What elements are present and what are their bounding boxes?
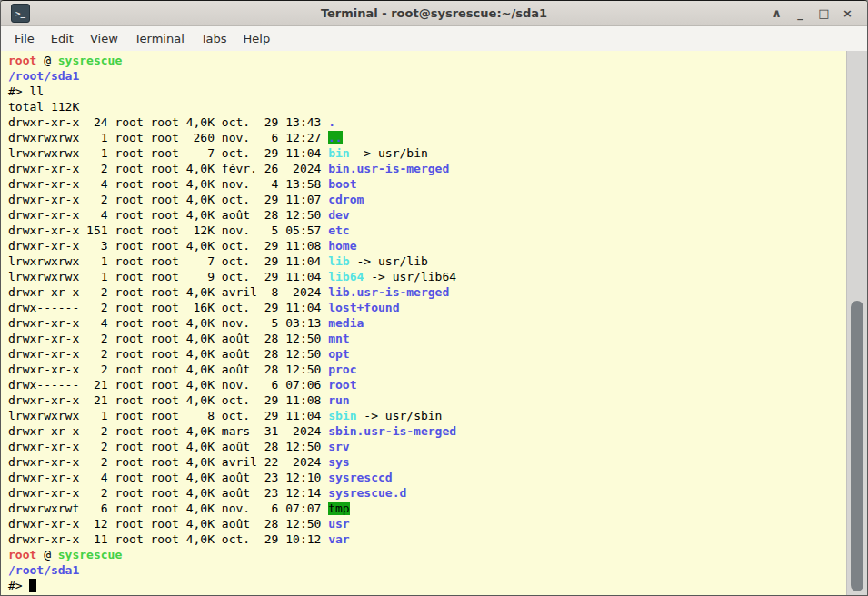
shade-icon: ∧ — [772, 6, 782, 20]
terminal-output[interactable]: root @ sysrescue/root/sda1#> lltotal 112… — [1, 51, 846, 595]
text-segment-fg: -> usr/bin — [350, 146, 428, 160]
text-segment-fg: -> usr/lib — [350, 254, 428, 268]
terminal-line: lrwxrwxrwx 1 root root 9 oct. 29 11:04 l… — [8, 269, 846, 284]
terminal-line: drwxr-xr-x 2 root root 4,0K août 28 12:5… — [8, 346, 846, 362]
text-segment-fg: @ — [36, 54, 57, 67]
text-segment-fg: -> usr/lib64 — [364, 270, 456, 283]
text-segment-fg: drwxr-xr-x 2 root root 4,0K août 23 12:1… — [8, 486, 328, 500]
text-segment-fg: #> — [8, 579, 29, 592]
text-segment-blue: /root/sda1 — [8, 69, 79, 83]
text-segment-blue: dev — [328, 208, 349, 222]
terminal-line: /root/sda1 — [8, 68, 846, 84]
terminal-app-icon: >_ — [11, 4, 30, 23]
text-segment-fg: drwxr-xr-x 4 root root 4,0K nov. 5 03:13 — [8, 316, 328, 330]
text-segment-fg: drwx------ 21 root root 4,0K nov. 6 07:0… — [8, 378, 328, 392]
text-segment-fg: drwxr-xr-x 24 root root 4,0K oct. 29 13:… — [8, 115, 328, 129]
text-segment-blue: /root/sda1 — [8, 563, 79, 577]
window-title: Terminal - root@sysrescue:~/sda1 — [1, 6, 867, 20]
text-segment-green: sysrescue — [58, 54, 122, 67]
terminal-line: drwxr-xr-x 2 root root 4,0K août 23 12:1… — [8, 485, 846, 501]
terminal-line: drwxr-xr-x 2 root root 4,0K août 28 12:5… — [8, 362, 846, 377]
text-segment-fg: drwx------ 2 root root 16K oct. 29 11:04 — [8, 301, 328, 314]
text-segment-blue: opt — [328, 347, 349, 361]
text-segment-blue: proc — [328, 363, 356, 376]
text-segment-cyan: sbin — [328, 409, 356, 422]
terminal-line: lrwxrwxrwx 1 root root 8 oct. 29 11:04 s… — [8, 408, 846, 423]
text-segment-blue: root — [328, 378, 356, 392]
text-segment-blue: var — [328, 532, 349, 546]
text-segment-fg: drwxr-xr-x 11 root root 4,0K oct. 29 10:… — [8, 532, 328, 546]
terminal-line: drwxr-xr-x 4 root root 4,0K août 28 12:5… — [8, 207, 846, 223]
text-segment-fg: drwxr-xr-x 4 root root 4,0K nov. 4 13:58 — [8, 177, 328, 191]
text-segment-green: sysrescue — [58, 548, 122, 561]
text-segment-blue: . — [328, 115, 335, 129]
text-segment-blue: lib.usr-is-merged — [328, 285, 449, 299]
text-segment-fg: @ — [36, 548, 57, 561]
close-button[interactable]: × — [840, 5, 855, 23]
terminal-line: drwxr-xr-x 2 root root 4,0K août 28 12:5… — [8, 331, 846, 346]
shade-button[interactable]: ∧ — [769, 5, 784, 23]
text-segment-fg: total 112K — [8, 100, 79, 114]
terminal-line: drwx------ 2 root root 16K oct. 29 11:04… — [8, 300, 846, 315]
scrollbar-track[interactable] — [846, 51, 867, 595]
text-segment-fg: drwxr-xr-x 2 root root 4,0K août 28 12:5… — [8, 363, 328, 376]
text-segment-fg: drwxr-xr-x 4 root root 4,0K août 28 12:5… — [8, 208, 328, 222]
menu-item-help[interactable]: Help — [235, 28, 279, 49]
terminal-line: drwxr-xr-x 12 root root 4,0K août 28 12:… — [8, 516, 846, 531]
close-icon: × — [843, 6, 853, 20]
terminal-window: >_ Terminal - root@sysrescue:~/sda1 ∧ _ … — [0, 0, 868, 596]
text-segment-fg: drwxr-xr-x 2 root root 4,0K août 28 12:5… — [8, 347, 328, 361]
text-segment-fg: -> usr/sbin — [357, 409, 443, 422]
minimize-button[interactable]: _ — [793, 5, 808, 23]
text-segment-fg: drwxrwxrwx 1 root root 260 nov. 6 12:27 — [8, 131, 328, 144]
text-segment-blue: cdrom — [328, 193, 364, 206]
maximize-icon: □ — [818, 6, 829, 20]
text-segment-fg: drwxr-xr-x 2 root root 4,0K août 28 12:5… — [8, 440, 328, 453]
text-segment-blue: home — [328, 239, 356, 253]
terminal-line: drwxr-xr-x 24 root root 4,0K oct. 29 13:… — [8, 114, 846, 130]
menu-item-edit[interactable]: Edit — [43, 28, 82, 49]
terminal-line: root @ sysrescue — [8, 547, 846, 562]
text-segment-fg: drwxr-xr-x 3 root root 4,0K oct. 29 11:0… — [8, 239, 328, 253]
terminal-cursor — [29, 579, 36, 592]
text-segment-blue: bin.usr-is-merged — [328, 162, 449, 175]
text-segment-fg: drwxr-xr-x 12 root root 4,0K août 28 12:… — [8, 517, 328, 531]
text-segment-blue: sysrescue.d — [328, 486, 406, 500]
text-segment-ow: .. — [328, 131, 343, 144]
text-segment-red: root — [8, 548, 36, 561]
maximize-button[interactable]: □ — [816, 5, 832, 23]
text-segment-cyan: lib — [328, 254, 349, 268]
terminal-line: drwxr-xr-x 4 root root 4,0K août 23 12:1… — [8, 470, 846, 485]
text-segment-fg: drwxr-xr-x 2 root root 4,0K oct. 29 11:0… — [8, 193, 328, 206]
menu-item-view[interactable]: View — [82, 28, 126, 49]
text-segment-fg: drwxr-xr-x 2 root root 4,0K août 28 12:5… — [8, 332, 328, 345]
text-segment-tw: tmp — [328, 502, 349, 515]
text-segment-fg: drwxr-xr-x 2 root root 4,0K févr. 26 202… — [8, 162, 328, 175]
text-segment-fg: drwxr-xr-x 21 root root 4,0K oct. 29 11:… — [8, 393, 328, 407]
text-segment-blue: srv — [328, 440, 349, 453]
terminal-line: drwxr-xr-x 2 root root 4,0K mars 31 2024… — [8, 423, 846, 439]
terminal-line: drwxr-xr-x 151 root root 12K nov. 5 05:5… — [8, 223, 846, 238]
terminal-line: drwxr-xr-x 3 root root 4,0K oct. 29 11:0… — [8, 238, 846, 253]
menu-item-file[interactable]: File — [6, 28, 43, 49]
text-segment-fg: #> ll — [8, 84, 44, 98]
scrollbar-thumb[interactable] — [851, 301, 863, 591]
terminal-line: drwxr-xr-x 4 root root 4,0K nov. 4 13:58… — [8, 176, 846, 192]
text-segment-fg: lrwxrwxrwx 1 root root 9 oct. 29 11:04 — [8, 270, 328, 283]
menu-item-terminal[interactable]: Terminal — [126, 28, 193, 49]
minimize-icon: _ — [797, 6, 803, 20]
text-segment-fg: drwxr-xr-x 151 root root 12K nov. 5 05:5… — [8, 224, 328, 237]
terminal-line: drwxrwxrwt 6 root root 4,0K nov. 6 07:07… — [8, 501, 846, 516]
menu-item-tabs[interactable]: Tabs — [193, 28, 235, 49]
title-bar[interactable]: >_ Terminal - root@sysrescue:~/sda1 ∧ _ … — [1, 1, 867, 26]
text-segment-fg: drwxr-xr-x 2 root root 4,0K mars 31 2024 — [8, 424, 328, 438]
text-segment-fg: drwxr-xr-x 4 root root 4,0K août 23 12:1… — [8, 471, 328, 484]
text-segment-fg: drwxr-xr-x 2 root root 4,0K avril 8 2024 — [8, 285, 328, 299]
terminal-area: root @ sysrescue/root/sda1#> lltotal 112… — [1, 51, 867, 595]
text-segment-blue: lost+found — [328, 301, 399, 314]
terminal-line: drwxr-xr-x 11 root root 4,0K oct. 29 10:… — [8, 531, 846, 547]
text-segment-blue: sysresccd — [328, 471, 392, 484]
text-segment-fg: lrwxrwxrwx 1 root root 7 oct. 29 11:04 — [8, 146, 328, 160]
text-segment-blue: media — [328, 316, 364, 330]
terminal-icon: >_ — [15, 9, 25, 18]
